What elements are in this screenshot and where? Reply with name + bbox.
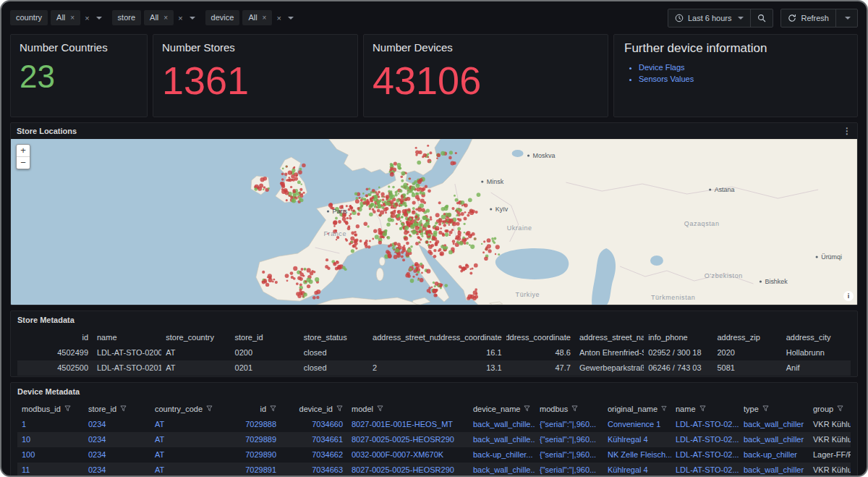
store-marker[interactable]	[364, 198, 366, 200]
store-marker[interactable]	[305, 281, 307, 283]
store-marker[interactable]	[417, 183, 419, 185]
table-cell[interactable]: back_wall_chiller	[739, 463, 809, 477]
store-marker[interactable]	[402, 246, 406, 250]
table-row[interactable]: 4502499LDL-AT-STO-0200AT0200closed16.148…	[17, 345, 851, 360]
store-marker[interactable]	[354, 231, 356, 233]
store-marker[interactable]	[427, 225, 430, 228]
column-header-id[interactable]: id	[17, 333, 93, 342]
store-marker[interactable]	[354, 242, 358, 245]
store-marker[interactable]	[449, 231, 453, 235]
store-marker[interactable]	[365, 194, 368, 197]
column-header-address_street_nam[interactable]: address_street_nam	[575, 333, 644, 342]
store-marker[interactable]	[452, 221, 456, 226]
store-marker[interactable]	[313, 271, 315, 273]
zoom-out-time-button[interactable]	[750, 9, 773, 27]
store-marker[interactable]	[361, 205, 363, 207]
store-marker[interactable]	[412, 201, 416, 205]
store-marker[interactable]	[286, 279, 289, 282]
info-link[interactable]: Device Flags	[639, 63, 685, 72]
store-marker[interactable]	[292, 169, 295, 172]
store-marker[interactable]	[468, 295, 472, 299]
table-cell[interactable]: {"serial":"|,960...	[535, 463, 603, 477]
store-marker[interactable]	[448, 224, 451, 226]
clear-filter-icon[interactable]: ×	[275, 14, 282, 22]
store-marker[interactable]	[378, 191, 380, 194]
store-marker[interactable]	[354, 234, 356, 236]
store-marker[interactable]	[474, 238, 476, 240]
store-marker[interactable]	[420, 226, 422, 229]
store-marker[interactable]	[427, 145, 429, 147]
table-cell[interactable]: 100	[17, 447, 84, 463]
store-marker[interactable]	[393, 205, 396, 207]
table-row[interactable]: 4502500LDL-AT-STO-0201AT0201closed213.14…	[17, 360, 851, 376]
table-cell[interactable]: 7034660	[281, 417, 347, 432]
column-header-modbus_id[interactable]: modbus_id	[17, 405, 84, 413]
store-marker[interactable]	[421, 208, 425, 212]
store-marker[interactable]	[371, 196, 374, 199]
store-marker[interactable]	[391, 219, 394, 222]
store-marker[interactable]	[433, 289, 437, 293]
store-marker[interactable]	[357, 207, 359, 210]
store-marker[interactable]	[349, 242, 352, 245]
store-marker[interactable]	[464, 268, 467, 270]
store-marker[interactable]	[389, 169, 392, 172]
column-header-name[interactable]: name	[93, 333, 161, 342]
store-marker[interactable]	[378, 240, 382, 244]
store-marker[interactable]	[418, 241, 420, 243]
store-marker[interactable]	[365, 245, 368, 248]
store-marker[interactable]	[400, 227, 402, 229]
store-marker[interactable]	[404, 185, 409, 190]
store-marker[interactable]	[399, 190, 403, 193]
store-marker[interactable]	[368, 187, 370, 190]
store-marker[interactable]	[336, 239, 337, 240]
store-marker[interactable]	[431, 287, 433, 289]
store-marker[interactable]	[412, 193, 416, 198]
store-marker[interactable]	[373, 229, 377, 233]
store-marker[interactable]	[409, 234, 411, 236]
store-marker[interactable]	[438, 231, 442, 235]
store-marker[interactable]	[401, 256, 404, 258]
store-marker[interactable]	[396, 190, 399, 193]
store-marker[interactable]	[483, 240, 485, 242]
filter-funnel-icon[interactable]	[377, 405, 383, 412]
store-marker[interactable]	[412, 211, 414, 213]
store-marker[interactable]	[294, 172, 298, 177]
store-marker[interactable]	[438, 201, 441, 204]
store-marker[interactable]	[412, 207, 415, 210]
store-marker[interactable]	[434, 224, 436, 227]
remove-value-icon[interactable]: ×	[263, 14, 267, 22]
store-marker[interactable]	[430, 251, 433, 255]
store-marker[interactable]	[426, 209, 430, 213]
store-marker[interactable]	[286, 199, 288, 201]
store-marker[interactable]	[491, 237, 494, 240]
store-marker[interactable]	[387, 236, 391, 240]
store-marker[interactable]	[290, 186, 292, 188]
store-marker[interactable]	[301, 193, 303, 195]
store-marker[interactable]	[257, 186, 260, 189]
table-cell[interactable]: 0234	[84, 463, 150, 477]
zoom-out-button[interactable]: −	[17, 157, 30, 169]
store-marker[interactable]	[437, 228, 439, 230]
store-marker[interactable]	[441, 215, 446, 219]
store-marker[interactable]	[404, 236, 408, 240]
store-marker[interactable]	[286, 166, 288, 168]
column-header-store_id[interactable]: store_id	[84, 405, 150, 413]
store-marker[interactable]	[292, 198, 296, 203]
filter-funnel-icon[interactable]	[336, 405, 343, 412]
store-marker[interactable]	[438, 223, 441, 226]
store-marker[interactable]	[464, 232, 465, 233]
store-marker[interactable]	[302, 295, 305, 297]
store-marker[interactable]	[367, 225, 370, 227]
store-marker[interactable]	[430, 241, 432, 243]
table-cell[interactable]: 11	[17, 463, 84, 477]
time-range-picker[interactable]: Last 6 hours	[668, 9, 751, 27]
store-marker[interactable]	[475, 211, 478, 214]
store-marker[interactable]	[359, 240, 362, 242]
table-cell[interactable]: Kühlregal 4	[603, 463, 671, 477]
remove-value-icon[interactable]: ×	[70, 14, 75, 22]
store-marker[interactable]	[407, 208, 411, 211]
store-marker[interactable]	[461, 212, 464, 216]
store-marker[interactable]	[446, 229, 448, 232]
store-marker[interactable]	[469, 209, 473, 213]
store-marker[interactable]	[309, 279, 313, 284]
